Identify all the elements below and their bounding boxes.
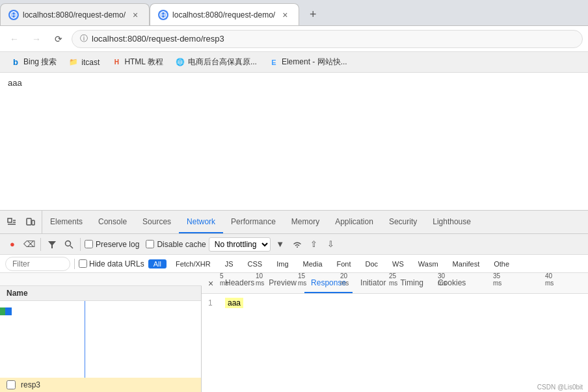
tab-close-1[interactable]: × (129, 9, 141, 21)
response-line-1: 1 aaa (208, 298, 581, 308)
search-button[interactable] (62, 237, 76, 252)
files-panel: 5 ms 10 ms 15 ms 20 ms 25 ms 30 ms 35 ms… (0, 273, 202, 392)
reload-button[interactable]: ⟳ (49, 30, 68, 48)
filter-type-wasm[interactable]: Wasm (413, 259, 444, 268)
filter-type-img[interactable]: Img (271, 259, 293, 268)
line-number: 1 (208, 298, 219, 307)
tab-network[interactable]: Network (179, 211, 223, 233)
globe-icon: 🌐 (175, 57, 185, 68)
filter-type-css[interactable]: CSS (243, 259, 268, 268)
tab-security[interactable]: Security (381, 211, 425, 233)
tab-performance[interactable]: Performance (223, 211, 284, 233)
folder-icon: 📁 (68, 57, 79, 68)
detail-tab-timing[interactable]: Timing (394, 273, 430, 293)
split-pane: 5 ms 10 ms 15 ms 20 ms 25 ms 30 ms 35 ms… (0, 273, 588, 392)
secure-icon: ⓘ (80, 33, 88, 44)
file-item-resp3[interactable]: resp3 (0, 378, 201, 392)
filter-type-ws[interactable]: WS (387, 259, 409, 268)
detail-tab-preview[interactable]: Preview (262, 273, 303, 293)
bookmark-itcast-label: itcast (81, 58, 100, 67)
bookmark-bing-label: Bing 搜索 (23, 57, 57, 68)
devtools-icon-group (0, 211, 42, 233)
url-bar[interactable]: ⓘ localhost:8080/request-demo/resp3 (72, 30, 583, 48)
svg-marker-12 (48, 241, 56, 248)
disable-cache-checkbox[interactable]: Disable cache (146, 240, 206, 249)
ruler-30ms: 30 ms (438, 273, 446, 287)
filter-type-js[interactable]: JS (220, 259, 239, 268)
file-checkbox-resp3[interactable] (7, 380, 16, 389)
tab-application[interactable]: Application (327, 211, 381, 233)
bookmark-ecommerce[interactable]: 🌐 电商后台高保真原... (170, 55, 262, 70)
filter-sep (74, 259, 75, 269)
filter-type-manifest[interactable]: Manifest (448, 259, 485, 268)
tab-sources[interactable]: Sources (135, 211, 179, 233)
filter-type-font[interactable]: Font (332, 259, 356, 268)
tab-favicon-1 (8, 10, 19, 20)
clear-button[interactable]: ⌫ (22, 237, 36, 252)
detail-tab-initiator[interactable]: Initiator (354, 273, 392, 293)
timeline-ruler: 5 ms 10 ms 15 ms 20 ms 25 ms 30 ms 35 ms… (0, 273, 202, 286)
ruler-10ms: 10 ms (256, 273, 264, 287)
hide-data-urls-checkbox[interactable]: Hide data URLs (79, 259, 144, 268)
element-icon: E (269, 57, 279, 68)
filter-bar: Hide data URLs All Fetch/XHR JS CSS Img … (0, 255, 588, 273)
download-button[interactable]: ⇩ (324, 237, 338, 252)
filter-type-other[interactable]: Othe (488, 259, 514, 268)
watermark-container: CSDN @Lis0bit (202, 382, 588, 392)
tab-close-2[interactable]: × (279, 9, 291, 21)
tab-lighthouse[interactable]: Lighthouse (425, 211, 479, 233)
ruler-5ms: 5 ms (220, 273, 228, 287)
preserve-log-checkbox[interactable]: Preserve log (85, 240, 139, 249)
bookmark-html[interactable]: H HTML 教程 (106, 55, 168, 70)
filter-type-doc[interactable]: Doc (360, 259, 384, 268)
page-content: aaa (0, 73, 588, 210)
wifi-button[interactable] (290, 237, 304, 252)
ruler-15ms: 15 ms (298, 273, 306, 287)
browser-tab-1[interactable]: localhost:8080/request-demo/ × (0, 3, 150, 25)
svg-point-13 (66, 241, 71, 246)
ruler-25ms: 25 ms (389, 273, 397, 287)
forward-button[interactable]: → (27, 30, 46, 48)
browser-tab-2[interactable]: localhost:8080/request-demo/ × (150, 3, 299, 25)
bing-icon: b (10, 57, 21, 68)
bookmarks-bar: b Bing 搜索 📁 itcast H HTML 教程 🌐 电商后台高保真原.… (0, 52, 588, 73)
devtools-tab-bar: Elements Console Sources Network Perform… (0, 211, 588, 234)
tab-title-2: localhost:8080/request-demo/ (172, 10, 275, 20)
filter-button[interactable] (45, 237, 59, 252)
ruler-35ms: 35 ms (493, 273, 501, 287)
bookmark-ecommerce-label: 电商后台高保真原... (188, 57, 257, 68)
new-tab-button[interactable]: + (302, 3, 324, 25)
network-toolbar: ● ⌫ Preserve log Disable cache No thrott… (0, 234, 588, 255)
throttling-select[interactable]: No throttling (209, 237, 271, 252)
back-button[interactable]: ← (5, 30, 23, 48)
ruler-20ms: 20 ms (340, 273, 349, 287)
device-toggle-button[interactable] (22, 215, 38, 230)
record-button[interactable]: ● (5, 237, 20, 252)
tab-memory[interactable]: Memory (284, 211, 327, 233)
filter-type-media[interactable]: Media (298, 259, 328, 268)
detail-panel: × Headers Preview Response Initiator Tim… (202, 273, 588, 392)
svg-line-14 (70, 246, 73, 248)
timeline-tick (85, 301, 85, 378)
inspect-element-button[interactable] (4, 215, 20, 230)
url-text: localhost:8080/request-demo/resp3 (92, 34, 224, 44)
bookmark-element-label: Element - 网站快... (282, 57, 347, 68)
filter-type-fetch[interactable]: Fetch/XHR (170, 259, 216, 268)
tab-console[interactable]: Console (90, 211, 135, 233)
bookmark-itcast[interactable]: 📁 itcast (63, 55, 105, 70)
upload-button[interactable]: ⇧ (307, 237, 321, 252)
file-name-resp3: resp3 (21, 380, 40, 389)
tab-elements[interactable]: Elements (42, 211, 90, 233)
bookmark-bing[interactable]: b Bing 搜索 (5, 55, 62, 70)
address-bar: ← → ⟳ ⓘ localhost:8080/request-demo/resp… (0, 26, 588, 52)
filter-type-all[interactable]: All (148, 259, 167, 268)
page-text: aaa (8, 78, 22, 88)
response-content: 1 aaa (202, 294, 588, 382)
throttle-down-button[interactable]: ▼ (273, 237, 287, 252)
ruler-40ms: 40 ms (545, 273, 554, 287)
html-icon: H (111, 57, 122, 68)
bookmark-element[interactable]: E Element - 网站快... (263, 55, 353, 70)
detail-close-button[interactable]: × (204, 277, 217, 290)
filter-input[interactable] (5, 257, 70, 271)
tab-favicon-2 (158, 10, 168, 20)
